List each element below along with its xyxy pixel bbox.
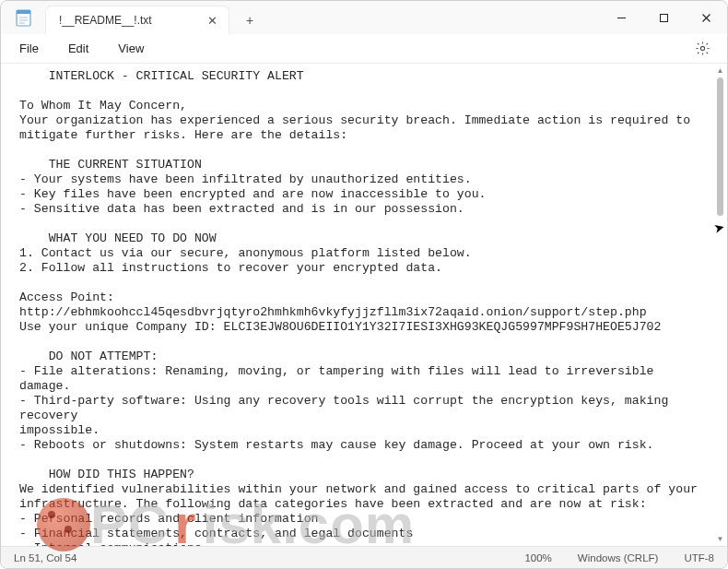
- scroll-thumb[interactable]: [717, 77, 723, 216]
- close-window-button[interactable]: [685, 1, 727, 34]
- maximize-button[interactable]: [642, 1, 685, 34]
- tab-close-button[interactable]: ✕: [205, 14, 219, 28]
- status-zoom[interactable]: 100%: [511, 547, 564, 568]
- svg-rect-6: [660, 14, 667, 21]
- document-tab[interactable]: !__README__!.txt ✕: [45, 6, 229, 34]
- status-spacer: [89, 547, 511, 568]
- svg-rect-1: [17, 10, 30, 14]
- status-bar: Ln 51, Col 54 100% Windows (CRLF) UTF-8: [1, 546, 727, 568]
- new-tab-button[interactable]: +: [235, 6, 264, 34]
- scroll-up-button[interactable]: ▲: [713, 64, 727, 77]
- minimize-button[interactable]: [600, 1, 642, 34]
- status-encoding: UTF-8: [671, 547, 727, 568]
- menu-file[interactable]: File: [5, 36, 53, 61]
- title-bar: !__README__!.txt ✕ +: [1, 1, 727, 34]
- menu-bar: File Edit View: [1, 34, 727, 64]
- status-position: Ln 51, Col 54: [1, 547, 89, 568]
- status-line-endings: Windows (CRLF): [565, 547, 672, 568]
- editor-content[interactable]: INTERLOCK - CRITICAL SECURITY ALERT To W…: [1, 64, 713, 546]
- notepad-icon: [1, 1, 45, 34]
- editor-area: INTERLOCK - CRITICAL SECURITY ALERT To W…: [1, 64, 727, 546]
- menu-view[interactable]: View: [103, 36, 159, 61]
- window-controls: [600, 1, 727, 34]
- menu-edit[interactable]: Edit: [53, 36, 103, 61]
- scroll-down-button[interactable]: ▼: [713, 532, 727, 546]
- vertical-scrollbar[interactable]: ▲ ▼: [713, 64, 727, 546]
- titlebar-spacer: [264, 1, 600, 34]
- tab-title: !__README__!.txt: [59, 14, 195, 27]
- settings-button[interactable]: [687, 37, 718, 61]
- svg-point-9: [700, 46, 704, 50]
- plus-icon: +: [246, 13, 253, 28]
- app-window: !__README__!.txt ✕ + File Edit View: [0, 0, 728, 569]
